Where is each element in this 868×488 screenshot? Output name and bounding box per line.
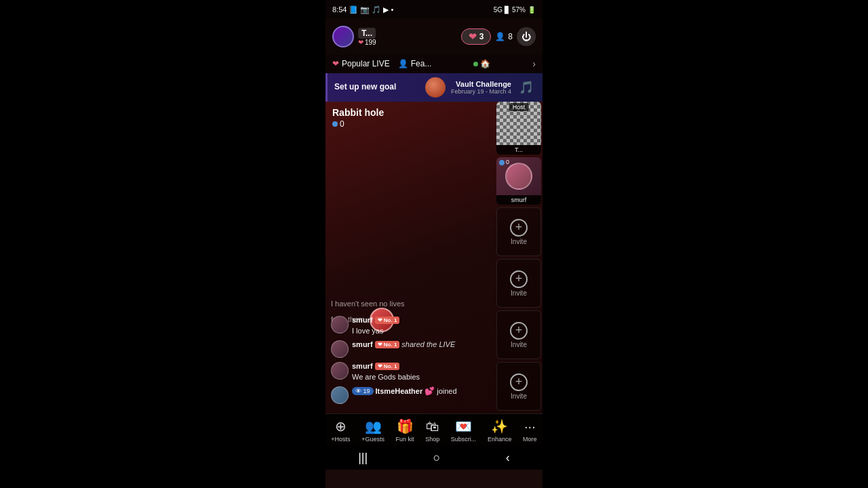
likes-badge[interactable]: ❤ 3 [461, 28, 492, 45]
home-indicator: 🏠 [473, 59, 490, 68]
status-bar: 8:54 📘 📷 🎵 ▶ • 5G ▊ 57% 🔋 [326, 0, 542, 19]
badge-no1: ❤ No. 1 [375, 341, 400, 348]
shop-icon: 🛍 [426, 419, 439, 434]
nav-menu-icon[interactable]: ||| [358, 451, 368, 465]
side-panel: Host T... 0 smurf + Invite [496, 102, 542, 411]
room-title: Rabbit hole [332, 107, 384, 118]
host-name-tag: T... [496, 145, 541, 155]
funkit-icon: 🎁 [397, 418, 414, 434]
toolbar-hosts[interactable]: ⊕ +Hosts [331, 418, 350, 443]
sub-nav: ❤ Popular LIVE 👤 Fea... 🏠 › [326, 54, 542, 73]
chat-username: ItsmeHeather [376, 387, 423, 395]
chat-text: We are Gods babies [352, 373, 420, 381]
emoji: 💕 [425, 386, 435, 396]
toolbar-guests[interactable]: 👥 +Guests [361, 418, 384, 443]
chat-avatar [331, 362, 349, 380]
guest-tile: 0 smurf [496, 157, 541, 205]
online-dot [499, 160, 505, 165]
toolbar-subscriptions[interactable]: 💌 Subscri... [451, 418, 477, 443]
goal-banner[interactable]: Set up new goal Vault Challenge February… [326, 73, 542, 102]
chat-message: smurf ❤ No. 1 shared the LIVE [331, 340, 491, 358]
badge-no1: ❤ No. 1 [375, 363, 400, 370]
guests-icon: 👥 [365, 418, 382, 434]
chat-username: smurf [352, 316, 373, 324]
chat-username: smurf [352, 362, 373, 370]
blue-dot [332, 121, 338, 127]
toolbar-enhance[interactable]: ✨ Enhance [488, 418, 512, 443]
more-icon: ··· [524, 419, 536, 434]
viewer-count: 0 [332, 119, 384, 129]
viewers-badge: 👤 8 [495, 32, 513, 41]
home-icon: 🏠 [480, 59, 490, 68]
vault-icon: 🎵 [517, 78, 536, 97]
vault-info: Vault Challenge February 19 - March 4 [451, 80, 511, 95]
chat-action: shared the LIVE [401, 340, 455, 348]
plus-icon: + [510, 373, 528, 391]
chat-area: smurf ❤ No. 1 I love yas smurf ❤ No. 1 s… [326, 316, 496, 408]
subscriptions-icon: 💌 [455, 418, 472, 434]
invite-tile-1[interactable]: + Invite [496, 207, 541, 256]
popular-live-tab[interactable]: ❤ Popular LIVE [332, 59, 390, 68]
nav-home-icon[interactable]: ○ [433, 451, 441, 465]
chat-message: smurf ❤ No. 1 I love yas [331, 316, 491, 336]
person-icon: 👤 [398, 59, 408, 68]
hosts-icon: ⊕ [335, 418, 347, 434]
host-tile: Host T... [496, 102, 541, 155]
invite-tile-4[interactable]: + Invite [496, 362, 541, 411]
status-time: 8:54 📘 📷 🎵 ▶ • [332, 5, 393, 14]
green-dot [473, 62, 478, 66]
host-badge: Host [509, 103, 529, 111]
invite-tile-2[interactable]: + Invite [496, 259, 541, 308]
viewers-icon: 👤 [495, 32, 505, 41]
chat-message: 👁 19 ItsmeHeather 💕 joined [331, 386, 491, 404]
toolbar-shop[interactable]: 🛍 Shop [425, 419, 439, 443]
status-indicators: 5G ▊ 57% 🔋 [494, 6, 536, 14]
chat-avatar [331, 316, 349, 333]
chat-avatar [331, 340, 349, 358]
host-username: T... [358, 28, 376, 39]
live-area: Rabbit hole 0 🎤 Host T... 0 [326, 102, 542, 413]
guest-avatar [505, 163, 532, 190]
chat-message: smurf ❤ No. 1 We are Gods babies [331, 362, 491, 382]
chat-username: smurf [352, 340, 373, 348]
plus-icon: + [510, 270, 528, 288]
bottom-toolbar: ⊕ +Hosts 👥 +Guests 🎁 Fun kit 🛍 Shop 💌 Su… [326, 413, 542, 445]
heart-icon: ❤ [358, 39, 363, 46]
goal-icon [425, 77, 446, 98]
heart-icon: ❤ [332, 59, 339, 68]
toolbar-funkit[interactable]: 🎁 Fun kit [396, 418, 414, 443]
invite-tile-3[interactable]: + Invite [496, 310, 541, 359]
viewers-count-badge: 👁 19 [352, 387, 374, 395]
top-bar: T... ❤ 199 ❤ 3 👤 8 ⏻ [326, 19, 542, 54]
host-avatar[interactable] [332, 26, 354, 47]
heart-icon: ❤ [469, 31, 477, 42]
badge-no1: ❤ No. 1 [375, 317, 400, 324]
power-button[interactable]: ⏻ [517, 27, 536, 46]
chat-avatar [331, 386, 349, 404]
chevron-right-icon: › [532, 58, 536, 69]
host-info: T... ❤ 199 [358, 28, 457, 46]
featured-tab[interactable]: 👤 Fea... [398, 59, 432, 68]
nav-back-icon[interactable]: ‹ [506, 451, 510, 465]
chat-text: I love yas [352, 327, 383, 335]
guest-name-row: smurf [496, 195, 541, 205]
plus-icon: + [510, 219, 528, 237]
nav-bar: ||| ○ ‹ [326, 445, 542, 470]
toolbar-more[interactable]: ··· More [523, 419, 537, 443]
goal-set-up-label: Set up new goal [334, 82, 420, 93]
plus-icon: + [510, 322, 528, 340]
joined-text: joined [437, 387, 456, 395]
enhance-icon: ✨ [491, 418, 508, 434]
